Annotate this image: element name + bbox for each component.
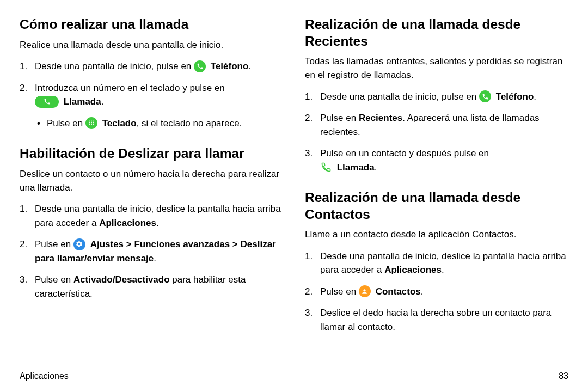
step-item: Introduzca un número en el teclado y pul… [20, 81, 283, 131]
svg-point-1 [91, 121, 92, 122]
phone-icon [194, 60, 206, 72]
heading-como-realizar: Cómo realizar una llamada [20, 16, 283, 33]
sublist: Pulse en Teclado, si el teclado no apare… [35, 117, 283, 131]
svg-point-0 [89, 121, 90, 122]
heading-habilitacion: Habilitación de Deslizar para llamar [20, 145, 283, 162]
step-item: Desde una pantalla de inicio, pulse en T… [305, 90, 568, 104]
phone-icon [479, 90, 491, 102]
bold-telefono: Teléfono [496, 91, 534, 102]
svg-point-8 [93, 124, 94, 125]
step-item: Pulse en Recientes. Aparecerá una lista … [305, 111, 568, 139]
intro-text: Llame a un contacto desde la aplicación … [305, 228, 568, 242]
step-item: Pulse en Contactos. [305, 285, 568, 299]
intro-text: Realice una llamada desde una pantalla d… [20, 39, 283, 52]
two-column-layout: Cómo realizar una llamada Realice una ll… [20, 16, 568, 367]
svg-point-7 [91, 124, 92, 125]
svg-point-3 [89, 122, 90, 124]
svg-point-5 [93, 122, 94, 124]
bold-telefono: Teléfono [211, 61, 249, 71]
bold-teclado: Teclado [102, 118, 137, 128]
step-item: Pulse en un contacto y después pulse en … [305, 146, 568, 174]
keypad-icon [85, 117, 97, 129]
call-pill-icon [35, 96, 59, 108]
heading-contactos: Realización de una llamada desde Contact… [305, 189, 568, 223]
settings-icon [74, 238, 85, 250]
svg-point-2 [93, 121, 94, 122]
footer-section: Aplicaciones [20, 371, 554, 381]
bold-contactos: Contactos [376, 286, 421, 297]
step-item: Desde una pantalla de inicio, deslice la… [20, 202, 283, 230]
steps-list: Desde una pantalla de inicio, deslice la… [20, 202, 283, 301]
step-item: Pulse en Activado/Desactivado para habil… [20, 273, 283, 301]
heading-recientes: Realización de una llamada desde Recient… [305, 16, 568, 50]
step-item: Pulse en Ajustes > Funciones avanzadas >… [20, 237, 283, 265]
step-item: Deslice el dedo hacia la derecha sobre u… [305, 306, 568, 334]
left-column: Cómo realizar una llamada Realice una ll… [20, 16, 283, 367]
step-item: Desde una pantalla de inicio, pulse en T… [20, 59, 283, 74]
steps-list: Desde una pantalla de inicio, deslice la… [305, 249, 568, 334]
step-item: Desde una pantalla de inicio, deslice la… [305, 249, 568, 277]
sublist-item: Pulse en Teclado, si el teclado no apare… [35, 117, 283, 131]
intro-text: Deslice un contacto o un número hacia la… [20, 168, 283, 194]
steps-list: Desde una pantalla de inicio, pulse en T… [305, 90, 568, 175]
footer-page-number: 83 [559, 371, 568, 381]
bold-llamada: Llamada [64, 96, 101, 107]
right-column: Realización de una llamada desde Recient… [305, 16, 568, 367]
contacts-icon [359, 285, 371, 297]
intro-text: Todas las llamadas entrantes, salientes … [305, 55, 568, 82]
page-footer: Aplicaciones 83 [20, 371, 568, 381]
svg-point-6 [89, 124, 90, 125]
steps-list: Desde una pantalla de inicio, pulse en T… [20, 59, 283, 130]
svg-point-4 [91, 122, 92, 124]
bold-llamada: Llamada [337, 162, 375, 173]
call-outline-icon [320, 161, 332, 173]
